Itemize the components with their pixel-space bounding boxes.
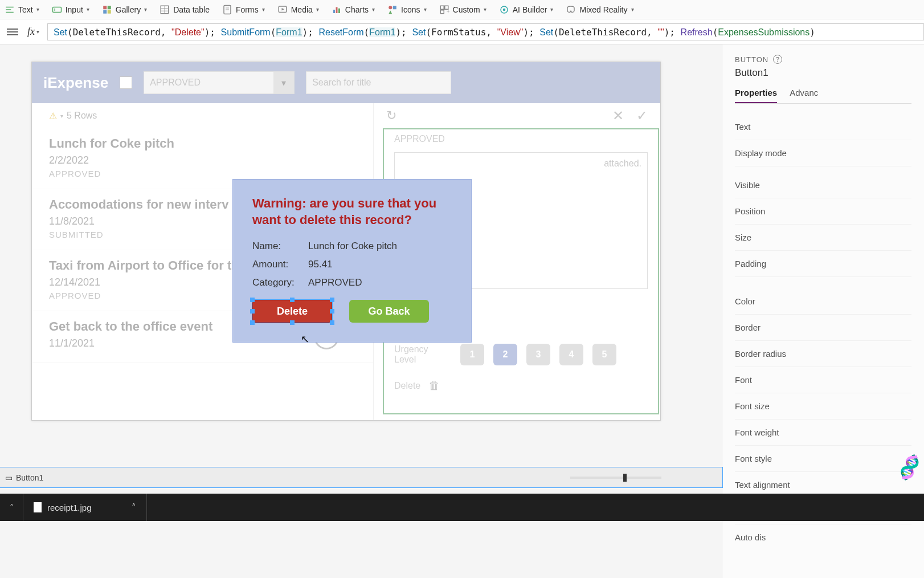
ribbon-ai-builder[interactable]: AI Builder▾ — [499, 5, 554, 15]
zoom-out-icon[interactable]: − — [559, 473, 563, 482]
urgency-level-3[interactable]: 3 — [526, 344, 550, 365]
taskbar-file[interactable]: receipt1.jpg ˄ — [23, 494, 147, 521]
fx-icon[interactable]: fx — [27, 26, 35, 38]
ribbon-text[interactable]: Text▾ — [5, 5, 39, 15]
menu-icon[interactable] — [7, 29, 18, 35]
formula-bar[interactable]: Set(DeleteThisRecord, "Delete"); SubmitF… — [47, 23, 924, 40]
svg-rect-26 — [440, 10, 444, 13]
urgency-level-1[interactable]: 1 — [460, 344, 484, 365]
svg-point-29 — [503, 8, 506, 11]
icons-icon — [387, 5, 398, 15]
svg-rect-5 — [103, 6, 107, 9]
ribbon-input[interactable]: Input▾ — [52, 5, 89, 15]
close-icon[interactable]: ✕ — [612, 108, 624, 124]
prop-border-radius[interactable]: Border radius — [735, 341, 911, 367]
cursor-icon: ↖ — [301, 333, 309, 345]
chevron-down-icon: ▾ — [424, 6, 427, 13]
chevron-down-icon[interactable]: ▾ — [36, 29, 39, 35]
delete-button[interactable]: Delete — [252, 300, 332, 323]
prop-font-style[interactable]: Font style — [735, 446, 911, 472]
control-name: Button1 — [735, 67, 911, 79]
chevron-down-icon: ▾ — [36, 6, 39, 13]
ribbon-custom[interactable]: + Custom▾ — [439, 5, 486, 15]
expand-icon[interactable]: ⛶ — [709, 473, 718, 483]
prop-size[interactable]: Size — [735, 225, 911, 251]
prop-text[interactable]: Text — [735, 114, 911, 140]
input-icon — [52, 5, 62, 15]
zoom-slider[interactable] — [570, 477, 661, 479]
name-label: Name: — [252, 241, 298, 252]
urgency-level-5[interactable]: 5 — [592, 344, 616, 365]
svg-marker-17 — [281, 8, 284, 11]
svg-rect-2 — [6, 11, 14, 13]
urgency-level-2[interactable]: 2 — [493, 344, 517, 365]
svg-rect-7 — [103, 10, 107, 13]
check-icon[interactable]: ✓ — [636, 108, 648, 124]
prop-font[interactable]: Font — [735, 367, 911, 393]
svg-rect-8 — [108, 10, 111, 13]
amount-value: 95.41 — [308, 259, 333, 270]
search-input[interactable]: Search for title — [306, 71, 451, 94]
prop-font-size[interactable]: Font size — [735, 393, 911, 420]
dialog-warning: Warning: are you sure that you want to d… — [252, 196, 452, 228]
prop-font-weight[interactable]: Font weight — [735, 420, 911, 446]
zoom-controls: − + 80 % ⛶ — [559, 473, 718, 483]
zoom-value: 80 — [680, 473, 689, 482]
name-value: Lunch for Coke pitch — [308, 241, 397, 252]
app-header: iExpense APPROVED ▾ Search for title — [32, 62, 660, 103]
ribbon-data-table[interactable]: Data table — [160, 5, 210, 15]
filter-checkbox[interactable] — [120, 76, 132, 89]
ribbon-forms[interactable]: Forms▾ — [222, 5, 265, 15]
text-icon — [5, 5, 15, 15]
chevron-up-icon[interactable]: ˄ — [0, 503, 23, 512]
file-icon — [34, 502, 42, 512]
ribbon-label: Media — [291, 5, 313, 14]
urgency-level-4[interactable]: 4 — [559, 344, 583, 365]
prop-border[interactable]: Border — [735, 315, 911, 341]
delete-button-label: Delete — [277, 306, 308, 317]
zoom-in-icon[interactable]: + — [668, 473, 673, 482]
svg-rect-22 — [393, 6, 396, 9]
prop-visible[interactable]: Visible — [735, 172, 911, 198]
ribbon-label: Input — [66, 5, 83, 14]
reload-icon[interactable]: ↻ — [386, 108, 396, 123]
svg-rect-20 — [338, 8, 340, 13]
ribbon-icons[interactable]: Icons▾ — [387, 5, 426, 15]
chevron-right-icon: › — [56, 473, 59, 482]
file-name: receipt1.jpg — [47, 503, 92, 512]
tab-properties[interactable]: Properties — [735, 88, 777, 103]
ribbon-mixed-reality[interactable]: Mixed Reality▾ — [566, 5, 633, 15]
prop-display-mode[interactable]: Display mode — [735, 140, 911, 166]
custom-icon: + — [439, 5, 449, 15]
status-label: APPROVED — [394, 134, 648, 144]
chevron-down-icon: ▾ — [144, 6, 147, 13]
chevron-down-icon: ▾ — [372, 6, 375, 13]
delete-confirm-dialog: Warning: are you sure that you want to d… — [232, 179, 472, 343]
tab-advanced[interactable]: Advanc — [790, 88, 818, 103]
info-icon[interactable]: ? — [773, 55, 782, 64]
receipt-text: attached. — [604, 158, 641, 169]
dropdown-value: APPROVED — [150, 78, 201, 88]
amount-label: Amount: — [252, 259, 298, 270]
svg-text:+: + — [446, 7, 449, 14]
chevron-up-icon[interactable]: ˄ — [132, 502, 136, 512]
prop-color[interactable]: Color — [735, 288, 911, 315]
svg-rect-19 — [336, 7, 337, 13]
svg-rect-3 — [52, 7, 61, 12]
prop-padding[interactable]: Padding — [735, 251, 911, 277]
mr-icon — [566, 5, 576, 15]
chevron-down-icon: ▾ — [60, 113, 63, 119]
ribbon-media[interactable]: Media▾ — [277, 5, 319, 15]
search-placeholder: Search for title — [312, 78, 371, 88]
status-dropdown[interactable]: APPROVED ▾ — [144, 71, 295, 94]
trash-icon[interactable]: 🗑 — [428, 379, 440, 392]
prop-auto-disable[interactable]: Auto dis — [735, 524, 911, 550]
ai-icon — [499, 5, 509, 15]
ribbon-label: Icons — [401, 5, 420, 14]
ribbon-gallery[interactable]: Gallery▾ — [102, 5, 147, 15]
delete-label: Delete — [394, 381, 420, 391]
crumb-screen[interactable]: ▢ Screen1 — [3, 471, 55, 485]
ribbon-charts[interactable]: Charts▾ — [332, 5, 375, 15]
prop-position[interactable]: Position — [735, 198, 911, 225]
go-back-button[interactable]: Go Back — [349, 300, 429, 323]
